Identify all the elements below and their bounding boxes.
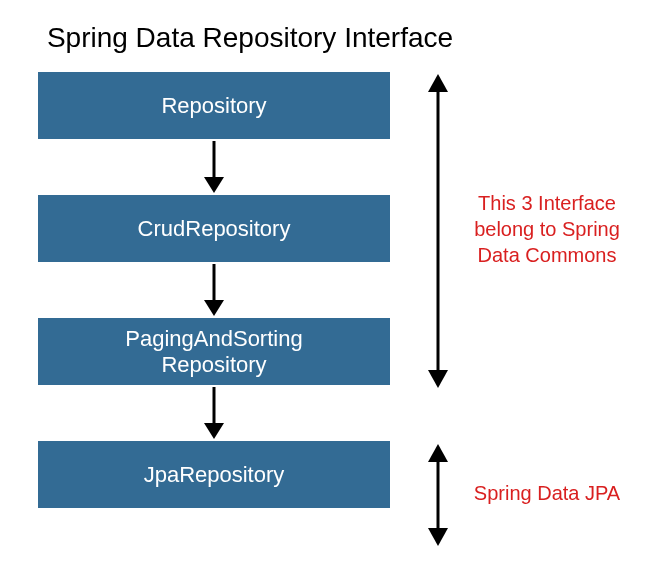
arrow-3 — [38, 385, 390, 441]
svg-marker-3 — [204, 300, 224, 316]
double-arrow-commons-icon — [428, 74, 448, 388]
box-paging-sorting-repository: PagingAndSorting Repository — [38, 318, 390, 385]
diagram-container: Repository CrudRepository PagingAndSorti… — [0, 72, 650, 552]
box-jpa-repository: JpaRepository — [38, 441, 390, 508]
annotation-commons-line1: This 3 Interface — [478, 192, 616, 214]
arrow-1 — [38, 139, 390, 195]
bracket-arrows — [420, 72, 456, 552]
box-paging-line2: Repository — [161, 352, 266, 377]
annotation-commons: This 3 Interface belong to Spring Data C… — [462, 190, 632, 268]
svg-marker-11 — [428, 528, 448, 546]
arrow-2 — [38, 262, 390, 318]
svg-marker-10 — [428, 444, 448, 462]
svg-marker-7 — [428, 74, 448, 92]
annotation-commons-line3: Data Commons — [478, 244, 617, 266]
box-repository: Repository — [38, 72, 390, 139]
hierarchy-column: Repository CrudRepository PagingAndSorti… — [38, 72, 390, 508]
double-arrow-jpa-icon — [428, 444, 448, 546]
annotation-commons-line2: belong to Spring — [474, 218, 620, 240]
diagram-title: Spring Data Repository Interface — [0, 0, 650, 72]
annotation-jpa: Spring Data JPA — [462, 480, 632, 506]
annotation-labels: This 3 Interface belong to Spring Data C… — [462, 72, 642, 552]
box-crud-repository: CrudRepository — [38, 195, 390, 262]
svg-marker-8 — [428, 370, 448, 388]
box-paging-line1: PagingAndSorting — [125, 326, 302, 351]
svg-marker-5 — [204, 423, 224, 439]
svg-marker-1 — [204, 177, 224, 193]
